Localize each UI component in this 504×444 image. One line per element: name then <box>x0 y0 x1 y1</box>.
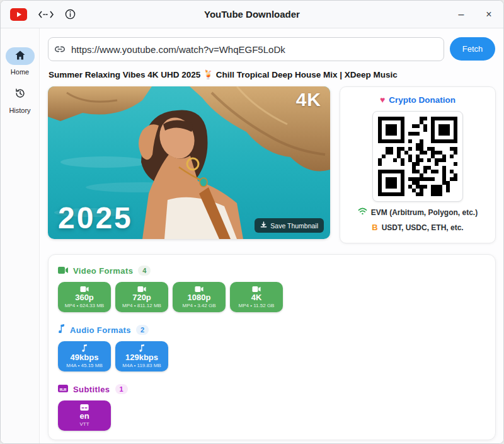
format-meta: M4A • 45.15 MB <box>66 363 103 368</box>
qr-code <box>378 117 457 196</box>
titlebar: YouTube Downloader – × <box>1 1 503 28</box>
sidebar-item-home[interactable]: Home <box>6 47 35 76</box>
sidebar-item-label: History <box>9 107 30 114</box>
fetch-button[interactable]: Fetch <box>450 37 495 61</box>
donation-heading-label: Crypto Donation <box>389 95 455 105</box>
close-button[interactable]: × <box>483 9 495 20</box>
captions-icon <box>58 383 68 395</box>
format-label: 360p <box>75 293 94 302</box>
format-1080p-button[interactable]: 1080p MP4 • 3.42 GB <box>173 282 226 312</box>
link-icon <box>54 44 66 57</box>
history-pill <box>6 86 35 103</box>
network-icon <box>358 207 367 217</box>
subtitles-section: Subtitles 1 en VTT <box>58 383 486 431</box>
format-label: 129kbps <box>125 353 158 362</box>
subtitle-en-button[interactable]: en VTT <box>58 400 111 431</box>
evm-text: EVM (Arbitrum, Polygon, etc.) <box>371 208 478 217</box>
save-thumbnail-label: Save Thumbnail <box>270 222 318 230</box>
app-title: YouTube Downloader <box>1 9 503 20</box>
evm-line: EVM (Arbitrum, Polygon, etc.) <box>358 207 478 217</box>
section-heading: Subtitles <box>73 385 110 394</box>
format-meta: MP4 • 11.52 GB <box>239 303 275 308</box>
tokens-text: USDT, USDC, ETH, etc. <box>382 223 464 232</box>
info-icon[interactable] <box>65 9 76 20</box>
minimize-button[interactable]: – <box>455 9 467 20</box>
section-heading: Audio Formats <box>70 325 131 335</box>
format-49kbps-button[interactable]: 49kbps M4A • 45.15 MB <box>58 341 111 371</box>
home-pill <box>6 47 35 65</box>
download-icon <box>260 221 267 230</box>
count-badge: 4 <box>138 266 151 276</box>
format-label: 4K <box>251 293 262 302</box>
youtube-logo-icon <box>10 8 27 21</box>
donation-heading: ♥ Crypto Donation <box>380 95 455 105</box>
sidebar: Home History <box>1 28 40 444</box>
video-formats-section: Video Formats 4 360p MP4 • 624.33 MB 720… <box>58 265 486 312</box>
url-input[interactable] <box>48 37 444 61</box>
format-meta: MP4 • 3.42 GB <box>182 303 215 308</box>
heart-icon: ♥ <box>380 95 385 105</box>
bitcoin-icon: B <box>372 223 377 232</box>
count-badge: 2 <box>136 325 149 335</box>
app-window: YouTube Downloader – × Home <box>0 0 504 444</box>
format-360p-button[interactable]: 360p MP4 • 624.33 MB <box>58 282 111 312</box>
thumbnail-card: 4K 2025 Save Thumbnail <box>48 86 330 239</box>
home-icon <box>15 50 25 62</box>
format-label: 49kbps <box>71 353 99 362</box>
main-content: Fetch Summer Relaxing Vibes 4K UHD 2025 … <box>40 28 503 444</box>
qr-card <box>372 111 463 202</box>
video-title: Summer Relaxing Vibes 4K UHD 2025 🍹 Chil… <box>49 69 495 79</box>
save-thumbnail-button[interactable]: Save Thumbnail <box>255 218 324 233</box>
history-icon <box>14 88 26 102</box>
donation-card: ♥ Crypto Donation EVM (Arbitrum, Polygon… <box>340 86 496 243</box>
format-label: en <box>79 411 89 421</box>
url-bar: Fetch <box>48 37 495 61</box>
badge-4k: 4K <box>296 89 321 110</box>
format-meta: M4A • 119.83 MB <box>122 363 161 368</box>
audio-formats-section: Audio Formats 2 49kbps M4A • 45.15 MB 12… <box>58 324 486 371</box>
formats-card: Video Formats 4 360p MP4 • 624.33 MB 720… <box>48 254 496 440</box>
resize-arrows-icon[interactable] <box>38 11 54 18</box>
count-badge: 1 <box>115 384 128 394</box>
format-4k-button[interactable]: 4K MP4 • 11.52 GB <box>230 282 283 312</box>
sidebar-item-label: Home <box>11 68 29 76</box>
format-meta: MP4 • 624.33 MB <box>65 303 104 308</box>
music-note-icon <box>58 324 65 336</box>
tokens-line: B USDT, USDC, ETH, etc. <box>372 223 463 232</box>
section-heading: Video Formats <box>73 266 133 276</box>
sidebar-item-history[interactable]: History <box>6 86 35 114</box>
format-label: 1080p <box>188 293 211 302</box>
format-129kbps-button[interactable]: 129kbps M4A • 119.83 MB <box>115 341 168 371</box>
format-meta: MP4 • 811.12 MB <box>122 303 161 308</box>
year-overlay: 2025 <box>58 201 133 235</box>
format-720p-button[interactable]: 720p MP4 • 811.12 MB <box>115 282 168 312</box>
format-label: 720p <box>132 293 151 302</box>
video-camera-icon <box>58 265 68 276</box>
format-meta: VTT <box>79 421 89 427</box>
